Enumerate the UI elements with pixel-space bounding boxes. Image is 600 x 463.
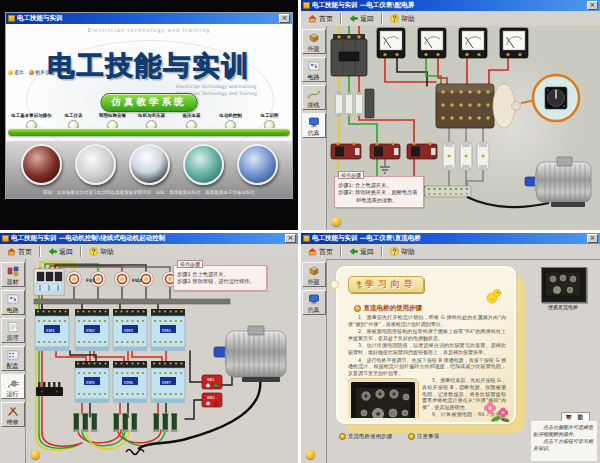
product-photo-device[interactable]	[129, 144, 170, 185]
product-photo-motor[interactable]	[183, 144, 224, 185]
product-photo-components[interactable]	[237, 144, 278, 185]
sidebar-item-panel-layout[interactable]: 配盘	[1, 346, 25, 371]
sidebar-label: 外观	[303, 45, 325, 52]
contactor-km1[interactable]: KM1	[35, 309, 69, 351]
toolbar-separator	[381, 246, 383, 257]
steps-body: 步骤1: 合上电源开关。 步骤2: 按动转换开关，观察电压表 和电流表的读数。	[335, 177, 423, 206]
tulip-icon	[355, 280, 363, 290]
learning-guide-panel: 学习向导 直流电桥的使用步骤 1、测量前先打开检流计锁扣，即将 G 接线柱处的金…	[335, 265, 517, 425]
back-arrow-icon	[349, 14, 358, 23]
help-text-line: 点击下方按钮可学习相关知识。	[533, 438, 595, 452]
current-transformers	[331, 142, 437, 159]
window-title: 电工技能与实训	[17, 14, 277, 23]
help-button[interactable]: 帮助	[386, 13, 419, 25]
sidebar-label: 接线	[303, 101, 325, 108]
sidebar-item-principle[interactable]: 原理	[1, 318, 25, 343]
sidebar-item-repair[interactable]: 维修	[1, 402, 25, 427]
close-button[interactable]: ×	[587, 234, 598, 243]
pushbutton-station-2[interactable]: SB2	[202, 393, 222, 407]
product-photo-pliers[interactable]	[21, 144, 62, 185]
analog-meter-4	[500, 28, 528, 58]
motor	[214, 326, 286, 382]
contactor-km4[interactable]: KM4	[151, 309, 185, 351]
help-label: 帮助	[401, 247, 415, 257]
sidebar-item-appearance[interactable]: 外观	[302, 262, 326, 287]
home-button[interactable]: 首页	[304, 246, 337, 258]
contactor-km5[interactable]: KM5	[75, 361, 109, 403]
steps-body: 步骤1 合上电源开关。 步骤2 按动按钮，进行运行操作。	[174, 266, 266, 288]
fuse-links[interactable]	[443, 142, 489, 170]
sidebar: 外观 仿真	[301, 259, 327, 463]
main-title: 电工技能与实训	[6, 48, 292, 84]
guide-heading: 直流电桥的使用步骤	[364, 304, 423, 313]
component-thumbnail[interactable]	[541, 267, 587, 303]
fuse-cartridges[interactable]	[336, 89, 375, 118]
splash-screen-quadrant: 电工技能与实训 × Electrician technology and tra…	[0, 0, 298, 230]
home-button[interactable]: 首页	[3, 246, 36, 258]
toolbar-separator	[80, 246, 82, 257]
corner-smiley-icon[interactable]	[306, 450, 315, 459]
sidebar-item-simulation[interactable]: 仿真	[302, 113, 326, 138]
sidebar-item-equipment[interactable]: 器材	[1, 262, 25, 287]
contactor-km7[interactable]: KM7	[151, 361, 185, 403]
menu-label: 电机与变压器	[134, 112, 169, 117]
back-label: 返回	[59, 247, 73, 257]
home-icon	[308, 14, 317, 23]
circuit-breaker[interactable]	[331, 34, 367, 76]
home-icon	[7, 247, 16, 256]
bus-bar	[34, 299, 230, 304]
sidebar-item-circuit[interactable]: 电路	[1, 290, 25, 315]
sidebar-item-wiring[interactable]: 接线	[302, 85, 326, 110]
contactor-label: KM4	[162, 328, 171, 333]
titlebar: 电工技能与实训 —电工仪表\直流电桥 ×	[301, 233, 600, 244]
sidebar-label: 运行	[2, 390, 24, 397]
corner-smiley-icon[interactable]	[332, 217, 341, 226]
sidebar-item-run[interactable]: 运行	[1, 374, 25, 399]
guide-title: 学习向导	[365, 278, 417, 291]
motor-cable	[467, 197, 549, 207]
button-label-sb1: SB1	[207, 377, 215, 382]
cam-switch[interactable]	[436, 84, 521, 128]
pushbutton-station-1[interactable]: SB1	[202, 375, 222, 389]
help-button[interactable]: 帮助	[85, 246, 118, 258]
toolbar-separator	[39, 246, 41, 257]
contactor-label: KM3	[124, 328, 133, 333]
product-photo-meter[interactable]	[75, 144, 116, 185]
contactor-km2[interactable]: KM2	[75, 309, 109, 351]
close-button[interactable]: ×	[285, 234, 296, 243]
product-photo-row	[6, 144, 292, 185]
help-icon	[89, 247, 98, 256]
contactor-km6[interactable]: KM6	[113, 361, 147, 403]
back-arrow-icon	[48, 247, 57, 256]
dc-bridge-photo[interactable]	[348, 379, 418, 418]
sidebar-item-circuit[interactable]: 电路	[302, 57, 326, 82]
help-button[interactable]: 帮助	[386, 246, 419, 258]
toolbar-separator	[381, 13, 383, 24]
sidebar-item-simulation[interactable]: 仿真	[302, 290, 326, 315]
close-button[interactable]: ×	[279, 14, 290, 23]
starting-resistors	[73, 413, 178, 432]
fuse-row[interactable]: FU1 FU2	[67, 272, 178, 287]
parts-icon	[6, 265, 20, 277]
back-button[interactable]: 返回	[345, 13, 378, 25]
back-label: 返回	[360, 14, 374, 24]
link-precautions[interactable]: 注意事项	[408, 433, 439, 440]
back-button[interactable]: 返回	[345, 246, 378, 258]
toolbar: 首页 返回 帮助	[301, 11, 600, 27]
help-label: 帮助	[100, 247, 114, 257]
corner-smiley-icon[interactable]	[31, 450, 40, 459]
magnifier-callout[interactable]	[521, 75, 579, 121]
fuse-label-fu2: FU2	[132, 278, 142, 283]
circuit-breaker[interactable]	[34, 267, 64, 295]
home-label: 首页	[319, 247, 333, 257]
home-button[interactable]: 首页	[304, 13, 337, 25]
sidebar-item-appearance[interactable]: 外观	[302, 29, 326, 54]
menu-label: 低压电器	[173, 112, 208, 117]
contactor-km3[interactable]: KM3	[113, 309, 147, 351]
close-button[interactable]: ×	[587, 1, 598, 10]
bullet-sphere-icon	[408, 433, 415, 440]
back-button[interactable]: 返回	[44, 246, 77, 258]
step-line: 步骤1 合上电源开关。	[177, 271, 263, 278]
link-usage-steps[interactable]: 直流电桥使用步骤	[339, 433, 392, 440]
sidebar-label: 电路	[2, 306, 24, 313]
